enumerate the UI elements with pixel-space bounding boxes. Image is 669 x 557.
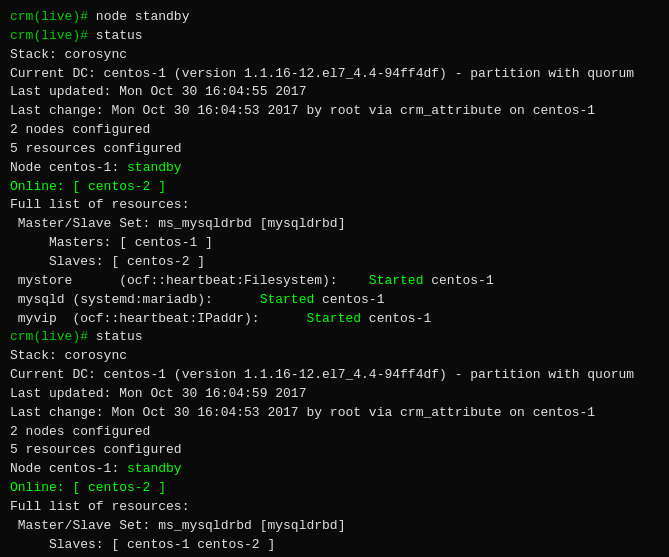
terminal-text: crm(live)# bbox=[10, 9, 96, 24]
terminal-text: Node centos-1: bbox=[10, 461, 127, 476]
terminal-text: Started bbox=[306, 311, 361, 326]
terminal-line: Stack: corosync bbox=[10, 46, 659, 65]
terminal-text: Online: [ centos-2 ] bbox=[10, 179, 166, 194]
terminal-output: crm(live)# node standbycrm(live)# status… bbox=[10, 8, 659, 557]
terminal-text: Slaves: [ centos-1 centos-2 ] bbox=[10, 537, 275, 552]
terminal-line: Current DC: centos-1 (version 1.1.16-12.… bbox=[10, 366, 659, 385]
terminal-text: Last change: Mon Oct 30 16:04:53 2017 by… bbox=[10, 405, 595, 420]
terminal-line: Master/Slave Set: ms_mysqldrbd [mysqldrb… bbox=[10, 517, 659, 536]
terminal-line: Full list of resources: bbox=[10, 196, 659, 215]
terminal-line: crm(live)# status bbox=[10, 328, 659, 347]
terminal-text: Masters: [ centos-1 ] bbox=[10, 235, 213, 250]
terminal-text: standby bbox=[127, 160, 182, 175]
terminal-line: Online: [ centos-2 ] bbox=[10, 178, 659, 197]
terminal-text: centos-1 bbox=[314, 292, 384, 307]
terminal-text: status bbox=[96, 329, 143, 344]
terminal-text: 2 nodes configured bbox=[10, 122, 150, 137]
terminal-line: Masters: [ centos-1 ] bbox=[10, 234, 659, 253]
terminal-text: Last change: Mon Oct 30 16:04:53 2017 by… bbox=[10, 103, 595, 118]
terminal-line: Current DC: centos-1 (version 1.1.16-12.… bbox=[10, 65, 659, 84]
terminal-text: mystore (ocf::heartbeat:Filesystem): bbox=[10, 273, 369, 288]
terminal-text: status bbox=[96, 28, 143, 43]
terminal-text: Full list of resources: bbox=[10, 197, 189, 212]
terminal-line: Online: [ centos-2 ] bbox=[10, 479, 659, 498]
terminal-line: Last updated: Mon Oct 30 16:04:55 2017 bbox=[10, 83, 659, 102]
terminal-text: Last updated: Mon Oct 30 16:04:55 2017 bbox=[10, 84, 306, 99]
terminal-line: Stack: corosync bbox=[10, 347, 659, 366]
terminal-line: Last change: Mon Oct 30 16:04:53 2017 by… bbox=[10, 102, 659, 121]
terminal-line: 5 resources configured bbox=[10, 441, 659, 460]
terminal-line: 2 nodes configured bbox=[10, 121, 659, 140]
terminal-line: myvip (ocf::heartbeat:IPaddr): Started c… bbox=[10, 310, 659, 329]
terminal-line: 2 nodes configured bbox=[10, 423, 659, 442]
terminal-text: centos-1 bbox=[423, 273, 493, 288]
terminal-text: standby bbox=[127, 461, 182, 476]
terminal-line: crm(live)# status bbox=[10, 27, 659, 46]
terminal-line: crm(live)# node standby bbox=[10, 8, 659, 27]
terminal-text: Current DC: centos-1 (version 1.1.16-12.… bbox=[10, 367, 634, 382]
terminal-text: Online: [ centos-2 ] bbox=[10, 480, 166, 495]
terminal-text: Last updated: Mon Oct 30 16:04:59 2017 bbox=[10, 386, 306, 401]
terminal-text: Full list of resources: bbox=[10, 499, 189, 514]
terminal-text: 5 resources configured bbox=[10, 141, 182, 156]
terminal-line: Node centos-1: standby bbox=[10, 159, 659, 178]
terminal-line: Node centos-1: standby bbox=[10, 460, 659, 479]
terminal-text: node standby bbox=[96, 9, 190, 24]
terminal-text: Stack: corosync bbox=[10, 47, 127, 62]
terminal-line: Master/Slave Set: ms_mysqldrbd [mysqldrb… bbox=[10, 215, 659, 234]
terminal-text: Started bbox=[369, 273, 424, 288]
terminal-text: 2 nodes configured bbox=[10, 424, 150, 439]
terminal-line: Slaves: [ centos-2 ] bbox=[10, 253, 659, 272]
terminal-text: centos-1 bbox=[361, 311, 431, 326]
terminal-line: Last updated: Mon Oct 30 16:04:59 2017 bbox=[10, 385, 659, 404]
terminal-line: Full list of resources: bbox=[10, 498, 659, 517]
terminal-line: 5 resources configured bbox=[10, 140, 659, 159]
terminal-text: Node centos-1: bbox=[10, 160, 127, 175]
terminal-line: Slaves: [ centos-1 centos-2 ] bbox=[10, 536, 659, 555]
terminal-text: crm(live)# bbox=[10, 28, 96, 43]
terminal-text: crm(live)# bbox=[10, 329, 96, 344]
terminal-text: 5 resources configured bbox=[10, 442, 182, 457]
terminal-text: Slaves: [ centos-2 ] bbox=[10, 254, 205, 269]
terminal-text: Stack: corosync bbox=[10, 348, 127, 363]
terminal-text: Current DC: centos-1 (version 1.1.16-12.… bbox=[10, 66, 634, 81]
terminal-line: mystore (ocf::heartbeat:Filesystem): Sta… bbox=[10, 272, 659, 291]
terminal-text: Master/Slave Set: ms_mysqldrbd [mysqldrb… bbox=[10, 518, 345, 533]
terminal-text: myvip (ocf::heartbeat:IPaddr): bbox=[10, 311, 306, 326]
terminal-line: Last change: Mon Oct 30 16:04:53 2017 by… bbox=[10, 404, 659, 423]
terminal-text: Master/Slave Set: ms_mysqldrbd [mysqldrb… bbox=[10, 216, 345, 231]
terminal-text: mysqld (systemd:mariadb): bbox=[10, 292, 260, 307]
terminal-text: Started bbox=[260, 292, 315, 307]
terminal-line: mysqld (systemd:mariadb): Started centos… bbox=[10, 291, 659, 310]
